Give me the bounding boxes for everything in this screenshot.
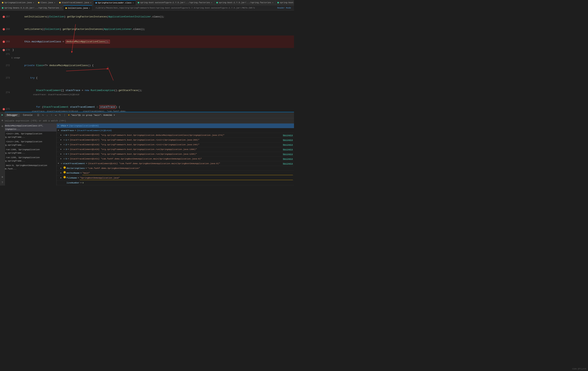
breakpoint-check-270[interactable]: [3, 49, 5, 51]
stack-item-1[interactable]: <init>:269, SpringApplication (org.sprin…: [0, 132, 56, 139]
vars-panel: ▶ this = {SpringApplication@930} ▼ stack…: [57, 124, 294, 186]
tab-devtools[interactable]: spring-boot-devtools-2.7.5.jar/.../sprin…: [275, 0, 294, 5]
debug-more1-icon[interactable]: ⊕: [2, 119, 3, 122]
tab-springfactories[interactable]: SpringFactoriesLoader.class ✕: [94, 0, 136, 5]
orange-dot-declaring: [63, 166, 66, 169]
code-editor: 267 setInitializers((Collection) getSpri…: [0, 10, 294, 112]
stack-item-4[interactable]: run:1295, SpringApplication (org.springf…: [0, 155, 56, 163]
var-row-st3[interactable]: ▶ ≡ 3 = {StackTraceElement@1429} "org.sp…: [57, 147, 294, 152]
var-row-stacktrace[interactable]: ▼ stackTrace = {StackTraceElement[6]@141…: [57, 128, 294, 133]
filter-area: ▼ "main"@1 in group "main": RUNNING ▼: [68, 114, 115, 116]
tab-dot-java4: [65, 7, 67, 9]
stack-item-3[interactable]: run:1306, SpringApplication (org.springf…: [0, 147, 56, 155]
code-line-273: 273 try {: [0, 72, 294, 84]
step-into-icon[interactable]: ↓: [45, 113, 49, 117]
filter-expand[interactable]: ▼: [114, 114, 115, 116]
debug-action-icons: ☰ ↷ ↓ ↑ ⇥ ⌥ ⋮: [36, 113, 67, 117]
breakpoint-268[interactable]: [3, 28, 5, 31]
debug-tabs: Debugger Console: [5, 113, 35, 117]
play-debug-icon[interactable]: ▶: [2, 113, 3, 116]
frames-icon[interactable]: ☰: [36, 113, 40, 117]
filter-dropdown[interactable]: "main"@1 in group "main": RUNNING: [71, 114, 112, 116]
breakpoint-267[interactable]: [3, 16, 5, 18]
tab-debugger[interactable]: Debugger: [5, 113, 20, 117]
evaluate-icon[interactable]: ⌥: [58, 113, 61, 117]
tab-bar-top: SpringApplication.java ✕ Class.java ✕ St…: [0, 0, 294, 5]
tab-springbeans[interactable]: spring-beans-5.3.23.jar/.../spring.facto…: [0, 5, 63, 10]
stack-item-2[interactable]: <init>:246, SpringApplication (org.sprin…: [0, 139, 56, 147]
eval-bar: [0, 118, 294, 124]
tab-springboot[interactable]: spring-boot-2.7.5.jar/.../spring.factori…: [214, 0, 275, 5]
code-line-275: 275 for (StackTraceElement stackTraceEle…: [0, 101, 294, 112]
tab-autoconfigure[interactable]: spring-boot-autoconfigure-2.7.5.jar/.../…: [136, 0, 214, 5]
tab-dot-xml4: [2, 7, 3, 9]
tab-dot-xml3: [277, 2, 279, 3]
stack-item-active[interactable]: ◆ deduceMainApplicationClass:277, Spring…: [0, 124, 56, 132]
var-row-filename[interactable]: ▶ fileName = "SpringBootDemoApplication.…: [57, 176, 294, 181]
debug-more2-icon[interactable]: ⚙: [2, 125, 3, 128]
code-line-274: 274 StackTraceElement[] stackTrace = new…: [0, 84, 294, 101]
debug-body: ◆ deduceMainApplicationClass:277, Spring…: [0, 124, 294, 186]
tab-stacktrace[interactable]: StackTraceElement.java ✕: [57, 0, 93, 5]
breadcrumb: /Library/Maven/mvn_repo/org/springframew…: [92, 5, 294, 10]
code-line-269: 269 this.mainApplicationClass = deduceMa…: [0, 35, 294, 48]
var-row-this[interactable]: ▶ this = {SpringApplication@930}: [57, 124, 294, 128]
var-row-declaringclass[interactable]: ▶ declaringClass = "com.fanhf.demo.Sprin…: [57, 166, 294, 171]
tab-dot-java3: [59, 2, 61, 3]
navigate-ste[interactable]: Navigate: [283, 162, 293, 165]
orange-dot-method: [63, 171, 66, 173]
tab-dot-xml: [138, 2, 139, 3]
navigate-3[interactable]: Navigate: [283, 147, 293, 151]
tab-collections[interactable]: Collections.java ✕: [63, 5, 92, 10]
breakpoint-275[interactable]: [3, 108, 5, 110]
var-row-methodname[interactable]: ▶ methodName = "main": [57, 171, 294, 176]
tab-dot-java: [2, 2, 3, 3]
orange-dot-file: [63, 176, 66, 178]
call-stack: ◆ deduceMainApplicationClass:277, Spring…: [0, 124, 57, 186]
code-line-272: 272 private Class<?> deduceMainApplicati…: [0, 59, 294, 72]
navigate-4[interactable]: Navigate: [283, 152, 293, 156]
tab-dot-class: [95, 2, 97, 4]
step-out-icon[interactable]: ↑: [50, 113, 53, 117]
var-row-linenumber[interactable]: lineNumber = 9: [57, 181, 294, 185]
code-line-267: 267 setInitializers((Collection) getSpri…: [0, 10, 294, 23]
tab-springapplication[interactable]: SpringApplication.java ✕: [0, 0, 36, 5]
var-row-st4[interactable]: ▶ ≡ 4 = {StackTraceElement@1430} "org.sp…: [57, 152, 294, 157]
debug-left-sidebar: ▶ ⊕ ⚙ ⚙ ?: [0, 112, 5, 186]
tab-bar-second: spring-beans-5.3.23.jar/.../spring.facto…: [0, 5, 294, 10]
code-line-268: 268 setListeners((Collection) getSpringF…: [0, 23, 294, 35]
run-to-cursor-icon[interactable]: ⇥: [54, 113, 57, 117]
this-keyword: this: [24, 40, 30, 43]
debug-panel: ▶ Debugger Console ☰ ↷ ↓ ↑ ⇥ ⌥ ⋮ ▼ "main…: [0, 112, 294, 186]
var-row-st5[interactable]: ▶ ≡ 5 = {StackTraceElement@1431} "com.fa…: [57, 157, 294, 161]
var-row-st1[interactable]: ▶ ≡ 1 = {StackTraceElement@1427} "org.sp…: [57, 138, 294, 143]
debug-toolbar: ▶ Debugger Console ☰ ↷ ↓ ↑ ⇥ ⌥ ⋮ ▼ "main…: [0, 112, 294, 118]
tab-dot-xml2: [216, 2, 218, 3]
filter-icon[interactable]: ▼: [68, 114, 70, 116]
stack-item-5[interactable]: main:9, SpringBootDemoApplication (com.f…: [0, 163, 56, 171]
usage-label: 1 usage: [0, 56, 294, 59]
var-row-stacktraceelement[interactable]: ▼ ≡ stackTraceElement = {StackTraceEleme…: [57, 161, 294, 166]
navigate-1[interactable]: Navigate: [283, 138, 293, 142]
var-row-st0[interactable]: ▶ ≡ 0 = {StackTraceElement@1422} "org.sp…: [57, 133, 294, 138]
tab-dot-java2: [38, 2, 40, 3]
step-over-icon[interactable]: ↷: [41, 113, 44, 117]
debug-settings-icon[interactable]: ⚙: [2, 175, 3, 178]
tab-class[interactable]: Class.java ✕: [36, 0, 57, 5]
navigate-0[interactable]: Navigate: [283, 133, 293, 137]
tab-console[interactable]: Console: [21, 113, 35, 117]
breakpoint-269[interactable]: [3, 41, 5, 43]
code-line-271: 271: [0, 52, 294, 56]
frames-more-icon[interactable]: ⋮: [63, 113, 67, 117]
debug-help-icon[interactable]: ?: [2, 181, 3, 184]
navigate-5[interactable]: Navigate: [283, 157, 293, 161]
navigate-2[interactable]: Navigate: [283, 143, 293, 147]
eval-input[interactable]: [1, 120, 293, 122]
code-line-270: 270 }: [0, 48, 294, 52]
var-row-st2[interactable]: ▶ ≡ 2 = {StackTraceElement@1428} "org.sp…: [57, 143, 294, 147]
